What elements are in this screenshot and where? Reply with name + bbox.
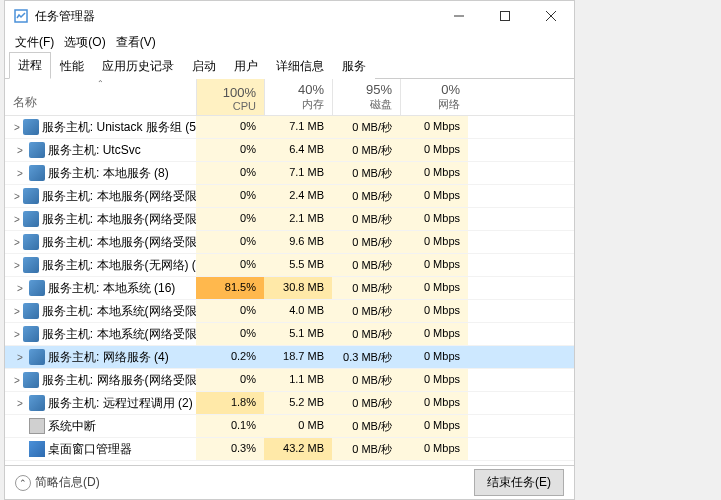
memory-cell: 0 MB: [264, 415, 332, 437]
process-name: 服务主机: Unistack 服务组 (5): [42, 119, 196, 136]
titlebar[interactable]: 任务管理器: [5, 1, 574, 31]
process-row[interactable]: >服务主机: UtcSvc0%6.4 MB0 MB/秒0 Mbps: [5, 139, 574, 162]
expand-icon[interactable]: >: [14, 398, 26, 409]
tabs: 进程 性能 应用历史记录 启动 用户 详细信息 服务: [5, 53, 574, 79]
tab-performance[interactable]: 性能: [51, 53, 93, 79]
expand-icon[interactable]: >: [14, 145, 26, 156]
close-button[interactable]: [528, 1, 574, 31]
cpu-cell: 0%: [196, 369, 264, 391]
expand-icon[interactable]: >: [14, 283, 26, 294]
gear-icon: [23, 326, 39, 342]
memory-cell: 9.6 MB: [264, 231, 332, 253]
svg-rect-1: [501, 12, 510, 21]
process-row[interactable]: >服务主机: 本地服务(网络受限) (...0%9.6 MB0 MB/秒0 Mb…: [5, 231, 574, 254]
process-row[interactable]: >服务主机: 网络服务(网络受限)0%1.1 MB0 MB/秒0 Mbps: [5, 369, 574, 392]
process-row[interactable]: >服务主机: 本地系统(网络受限) (...0%5.1 MB0 MB/秒0 Mb…: [5, 323, 574, 346]
process-row[interactable]: >服务主机: 本地服务(网络受限)0%2.4 MB0 MB/秒0 Mbps: [5, 185, 574, 208]
process-row[interactable]: >服务主机: Unistack 服务组 (5)0%7.1 MB0 MB/秒0 M…: [5, 116, 574, 139]
tab-users[interactable]: 用户: [225, 53, 267, 79]
network-cell: 0 Mbps: [400, 162, 468, 184]
process-row[interactable]: >服务主机: 本地系统 (16)81.5%30.8 MB0 MB/秒0 Mbps: [5, 277, 574, 300]
expand-icon[interactable]: >: [14, 306, 20, 317]
memory-cell: 43.2 MB: [264, 438, 332, 460]
col-cpu[interactable]: 100%CPU: [196, 79, 264, 115]
gear-icon: [23, 303, 39, 319]
footer: ⌃简略信息(D) 结束任务(E): [5, 465, 574, 499]
process-rows[interactable]: >服务主机: Unistack 服务组 (5)0%7.1 MB0 MB/秒0 M…: [5, 116, 574, 465]
process-name-cell: >服务主机: 本地服务(网络受限): [5, 208, 196, 230]
process-name-cell: >服务主机: 远程过程调用 (2): [5, 392, 196, 414]
gear-icon: [23, 119, 39, 135]
cpu-cell: 0%: [196, 231, 264, 253]
process-row[interactable]: >服务主机: 本地系统(网络受限)0%4.0 MB0 MB/秒0 Mbps: [5, 300, 574, 323]
menu-options[interactable]: 选项(O): [60, 32, 109, 53]
expand-icon[interactable]: >: [14, 214, 20, 225]
process-name: 服务主机: 网络服务(网络受限): [42, 372, 196, 389]
app-icon: [13, 8, 29, 24]
process-name-cell: >服务主机: 本地服务(网络受限): [5, 185, 196, 207]
memory-cell: 2.1 MB: [264, 208, 332, 230]
cpu-cell: 0.1%: [196, 415, 264, 437]
process-row[interactable]: 桌面窗口管理器0.3%43.2 MB0 MB/秒0 Mbps: [5, 438, 574, 461]
cpu-cell: 0%: [196, 162, 264, 184]
process-name-cell: >服务主机: 本地系统 (16): [5, 277, 196, 299]
process-name: 服务主机: 本地系统(网络受限): [42, 303, 196, 320]
cpu-cell: 0%: [196, 116, 264, 138]
gear-icon: [23, 372, 39, 388]
tab-services[interactable]: 服务: [333, 53, 375, 79]
memory-cell: 7.1 MB: [264, 116, 332, 138]
expand-icon[interactable]: >: [14, 260, 20, 271]
tab-processes[interactable]: 进程: [9, 52, 51, 79]
cpu-cell: 0%: [196, 300, 264, 322]
process-name: 服务主机: 本地服务 (8): [48, 165, 169, 182]
fewer-details-button[interactable]: ⌃简略信息(D): [15, 474, 100, 491]
expand-icon[interactable]: >: [14, 329, 20, 340]
tab-details[interactable]: 详细信息: [267, 53, 333, 79]
disk-cell: 0 MB/秒: [332, 369, 400, 391]
process-row[interactable]: 系统中断0.1%0 MB0 MB/秒0 Mbps: [5, 415, 574, 438]
tab-history[interactable]: 应用历史记录: [93, 53, 183, 79]
disk-cell: 0 MB/秒: [332, 231, 400, 253]
process-name-cell: >服务主机: 本地服务 (8): [5, 162, 196, 184]
expand-icon[interactable]: >: [14, 375, 20, 386]
process-row[interactable]: >服务主机: 网络服务 (4)0.2%18.7 MB0.3 MB/秒0 Mbps: [5, 346, 574, 369]
expand-icon[interactable]: >: [14, 352, 26, 363]
col-name[interactable]: ⌃名称: [5, 79, 196, 115]
tab-startup[interactable]: 启动: [183, 53, 225, 79]
process-name: 服务主机: 远程过程调用 (2): [48, 395, 193, 412]
network-cell: 0 Mbps: [400, 369, 468, 391]
minimize-button[interactable]: [436, 1, 482, 31]
process-row[interactable]: >服务主机: 本地服务 (8)0%7.1 MB0 MB/秒0 Mbps: [5, 162, 574, 185]
network-cell: 0 Mbps: [400, 277, 468, 299]
expand-icon[interactable]: >: [14, 237, 20, 248]
end-task-button[interactable]: 结束任务(E): [474, 469, 564, 496]
cpu-cell: 0%: [196, 323, 264, 345]
cpu-cell: 81.5%: [196, 277, 264, 299]
process-name-cell: >服务主机: UtcSvc: [5, 139, 196, 161]
gear-icon: [23, 188, 39, 204]
menu-file[interactable]: 文件(F): [11, 32, 58, 53]
process-name-cell: >服务主机: 本地系统(网络受限): [5, 300, 196, 322]
memory-cell: 30.8 MB: [264, 277, 332, 299]
process-row[interactable]: >服务主机: 本地服务(无网络) (3)0%5.5 MB0 MB/秒0 Mbps: [5, 254, 574, 277]
col-disk[interactable]: 95%磁盘: [332, 79, 400, 115]
expand-icon[interactable]: >: [14, 122, 20, 133]
expand-icon[interactable]: >: [14, 168, 26, 179]
disk-cell: 0 MB/秒: [332, 300, 400, 322]
process-name-cell: >服务主机: 网络服务(网络受限): [5, 369, 196, 391]
expand-icon[interactable]: >: [14, 191, 20, 202]
process-name: 服务主机: 本地系统 (16): [48, 280, 175, 297]
network-cell: 0 Mbps: [400, 346, 468, 368]
menu-view[interactable]: 查看(V): [112, 32, 160, 53]
col-network[interactable]: 0%网络: [400, 79, 468, 115]
disk-cell: 0 MB/秒: [332, 185, 400, 207]
network-cell: 0 Mbps: [400, 323, 468, 345]
gear-icon: [23, 234, 39, 250]
gear-icon: [29, 280, 45, 296]
gear-icon: [23, 211, 39, 227]
col-memory[interactable]: 40%内存: [264, 79, 332, 115]
process-row[interactable]: >服务主机: 本地服务(网络受限)0%2.1 MB0 MB/秒0 Mbps: [5, 208, 574, 231]
process-row[interactable]: >服务主机: 远程过程调用 (2)1.8%5.2 MB0 MB/秒0 Mbps: [5, 392, 574, 415]
process-name-cell: >服务主机: 本地服务(无网络) (3): [5, 254, 196, 276]
maximize-button[interactable]: [482, 1, 528, 31]
